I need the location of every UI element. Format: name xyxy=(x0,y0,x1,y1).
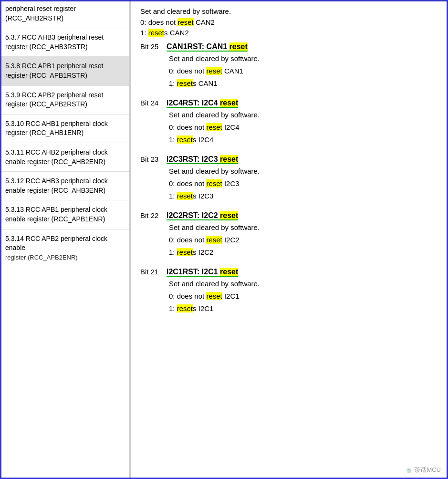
bit-desc-hl1-21: reset xyxy=(206,292,222,300)
sidebar-item-ahb2rstr-partial[interactable]: peripheral reset register(RCC_AHB2RSTR) xyxy=(1,1,129,28)
bit-header-25: Bit 25 CAN1RST: CAN1 reset xyxy=(140,42,437,51)
bit-desc-21: Set and cleared by software. 0: does not… xyxy=(169,278,437,314)
bit-header-23: Bit 23 I2C3RST: I2C3 reset xyxy=(140,155,437,164)
bit-desc-line1-21: 0: does not reset I2C1 xyxy=(169,291,437,302)
bit-header-22: Bit 22 I2C2RST: I2C2 reset xyxy=(140,211,437,220)
bit-number-23: Bit 23 xyxy=(140,155,162,163)
sidebar-item-label: peripheral reset register(RCC_AHB2RSTR) xyxy=(5,5,76,22)
bit-title-21: I2C1RST: I2C1 reset xyxy=(167,268,238,276)
bit-desc-line0-23: Set and cleared by software. xyxy=(169,166,437,177)
bit-title-underline-22: I2C2RST: I2C2 reset xyxy=(167,211,238,220)
bit-desc-line2-21: 1: resets I2C1 xyxy=(169,303,437,314)
bit-number-22: Bit 22 xyxy=(140,211,162,219)
bit-desc-hl2-21: reset xyxy=(177,304,193,312)
sidebar-item-label: 5.3.10 RCC AHB1 peripheral clock registe… xyxy=(5,120,108,137)
bit-title-plain-22: I2C2RST: xyxy=(167,211,199,219)
sidebar-item-apb2-reset[interactable]: 5.3.9 RCC APB2 peripheral reset register… xyxy=(1,86,129,115)
bit-desc-hl1-24: reset xyxy=(206,123,222,131)
bit-desc-23: Set and cleared by software. 0: does not… xyxy=(169,166,437,202)
bit-desc-line1-24: 0: does not reset I2C4 xyxy=(169,122,437,133)
bit-desc-line2-24: 1: resets I2C4 xyxy=(169,134,437,146)
bit-desc-line2-23: 1: resets I2C3 xyxy=(169,190,437,202)
bit-title-25: CAN1RST: CAN1 reset xyxy=(167,42,248,51)
intro-block: Set and cleared by software. 0: does not… xyxy=(140,6,437,39)
bit-title-plain-24: I2C4RST: xyxy=(167,99,199,107)
bit-entry-21: Bit 21 I2C1RST: I2C1 reset Set and clear… xyxy=(140,268,437,314)
sidebar-item-label: 5.3.8 RCC APB1 peripheral reset register… xyxy=(5,62,103,79)
watermark: 🍵 茶话MCU xyxy=(405,466,441,474)
bit-desc-line0-25: Set and cleared by software. xyxy=(169,53,437,64)
bit-desc-hl1-23: reset xyxy=(206,179,222,187)
bit-title-underline-23: I2C3RST: I2C3 reset xyxy=(167,155,238,164)
bit-title-23: I2C3RST: I2C3 reset xyxy=(167,155,238,164)
bit-title-hl-23: reset xyxy=(220,155,238,163)
bit-number-21: Bit 21 xyxy=(140,268,162,276)
sidebar-item-label-register: register (RCC_APB2ENR) xyxy=(5,254,78,261)
bit-desc-line0-24: Set and cleared by software. xyxy=(169,109,437,121)
intro-reset-hl-2: reset xyxy=(148,29,164,37)
intro-reset-hl-1: reset xyxy=(177,18,193,26)
sidebar-item-apb1-reset[interactable]: 5.3.8 RCC APB1 peripheral reset register… xyxy=(1,57,129,85)
bit-desc-line2-22: 1: resets I2C2 xyxy=(169,247,437,258)
bit-entry-22: Bit 22 I2C2RST: I2C2 reset Set and clear… xyxy=(140,211,437,258)
bit-title-underline-21: I2C1RST: I2C1 reset xyxy=(167,268,238,277)
bit-desc-line1-23: 0: does not reset I2C3 xyxy=(169,178,437,189)
main-content: Set and cleared by software. 0: does not… xyxy=(130,1,447,478)
watermark-icon: 🍵 xyxy=(405,466,413,473)
bit-entry-24: Bit 24 I2C4RST: I2C4 reset Set and clear… xyxy=(140,99,437,146)
bit-desc-hl2-23: reset xyxy=(177,192,193,200)
bit-desc-hl2-24: reset xyxy=(177,135,193,144)
watermark-text: 茶话MCU xyxy=(414,466,441,473)
bit-title-plain-23: I2C3RST: xyxy=(167,155,199,163)
sidebar-item-label: 5.3.7 RCC AHB3 peripheral reset register… xyxy=(5,33,104,51)
bit-title-hl-24: reset xyxy=(220,99,238,107)
bit-title-hl-22: reset xyxy=(220,211,238,219)
sidebar-item-label: 5.3.11 RCC AHB2 peripheral clock enable … xyxy=(5,148,108,166)
bit-title-24: I2C4RST: I2C4 reset xyxy=(167,99,238,107)
bit-entry-23: Bit 23 I2C3RST: I2C3 reset Set and clear… xyxy=(140,155,437,202)
bit-desc-line0-21: Set and cleared by software. xyxy=(169,278,437,290)
sidebar-item-apb1-clock-enable[interactable]: 5.3.13 RCC APB1 peripheral clock enable … xyxy=(1,200,129,229)
bit-number-25: Bit 25 xyxy=(140,42,162,51)
bit-title-underline-24: I2C4RST: I2C4 reset xyxy=(167,99,238,108)
bit-header-24: Bit 24 I2C4RST: I2C4 reset xyxy=(140,99,437,107)
bit-desc-hl1-22: reset xyxy=(206,236,222,244)
bit-desc-25: Set and cleared by software. 0: does not… xyxy=(169,53,437,89)
sidebar-item-ahb1-clock[interactable]: 5.3.10 RCC AHB1 peripheral clock registe… xyxy=(1,115,129,143)
intro-line2: 1: resets CAN2 xyxy=(140,28,437,39)
sidebar-item-ahb3-reset[interactable]: 5.3.7 RCC AHB3 peripheral reset register… xyxy=(1,28,129,57)
intro-line0: Set and cleared by software. xyxy=(140,6,437,17)
sidebar-item-apb2-clock-enable[interactable]: 5.3.14 RCC APB2 peripheral clock enable … xyxy=(1,229,129,268)
bit-desc-line1-22: 0: does not reset I2C2 xyxy=(169,234,437,246)
bit-title-22: I2C2RST: I2C2 reset xyxy=(167,211,238,220)
bit-title-underline-25: CAN1RST: CAN1 reset xyxy=(167,42,248,52)
bit-desc-24: Set and cleared by software. 0: does not… xyxy=(169,109,437,146)
bit-header-21: Bit 21 I2C1RST: I2C1 reset xyxy=(140,268,437,276)
bit-title-plain-21: I2C1RST: xyxy=(167,268,199,276)
bit-number-24: Bit 24 xyxy=(140,99,162,107)
sidebar: peripheral reset register(RCC_AHB2RSTR) … xyxy=(1,1,130,478)
bit-desc-line0-22: Set and cleared by software. xyxy=(169,222,437,233)
sidebar-item-ahb2-clock-enable[interactable]: 5.3.11 RCC AHB2 peripheral clock enable … xyxy=(1,143,129,172)
bit-desc-22: Set and cleared by software. 0: does not… xyxy=(169,222,437,258)
bit-desc-line1-25: 0: does not reset CAN1 xyxy=(169,65,437,77)
bit-desc-hl1-25: reset xyxy=(206,67,222,75)
bit-desc-line2-25: 1: resets CAN1 xyxy=(169,78,437,89)
intro-line1: 0: does not reset CAN2 xyxy=(140,17,437,28)
bit-title-plain-25: CAN1RST: xyxy=(167,42,204,51)
bit-title-hl-25: reset xyxy=(229,42,248,51)
sidebar-item-label: 5.3.9 RCC APB2 peripheral reset register… xyxy=(5,91,103,108)
sidebar-item-label: 5.3.13 RCC APB1 peripheral clock enable … xyxy=(5,206,107,223)
sidebar-item-ahb3-clock-enable[interactable]: 5.3.12 RCC AHB3 peripheral clock enable … xyxy=(1,172,129,200)
sidebar-item-label: 5.3.14 RCC APB2 peripheral clock enable xyxy=(5,235,107,252)
bit-desc-hl2-22: reset xyxy=(177,248,193,256)
bit-title-hl-21: reset xyxy=(220,268,238,276)
sidebar-item-label: 5.3.12 RCC AHB3 peripheral clock enable … xyxy=(5,177,108,194)
bit-entry-25: Bit 25 CAN1RST: CAN1 reset Set and clear… xyxy=(140,42,437,89)
bit-desc-hl2-25: reset xyxy=(177,79,193,87)
